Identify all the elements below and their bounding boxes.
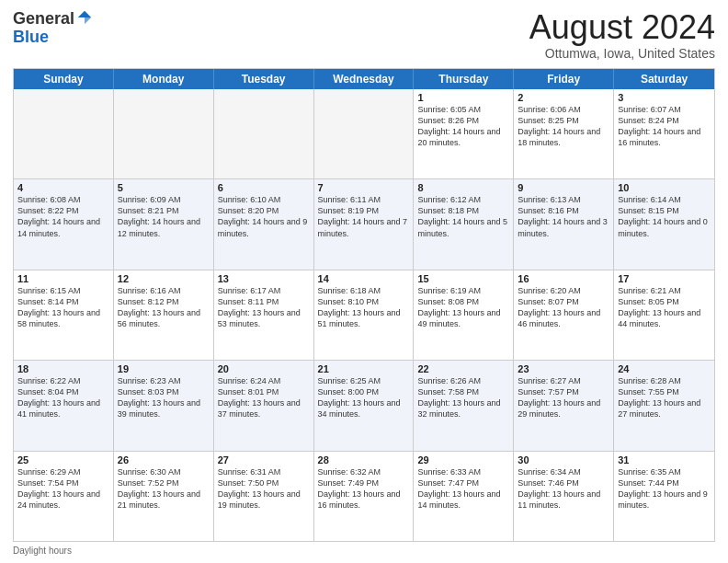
logo-icon — [76, 9, 93, 26]
day-number: 13 — [218, 273, 310, 284]
day-cell-10: 10Sunrise: 6:14 AMSunset: 8:15 PMDayligh… — [614, 179, 714, 269]
cell-details: Sunrise: 6:05 AMSunset: 8:26 PMDaylight:… — [417, 104, 509, 149]
day-cell-22: 22Sunrise: 6:26 AMSunset: 7:58 PMDayligh… — [414, 361, 514, 450]
calendar-row-4: 18Sunrise: 6:22 AMSunset: 8:04 PMDayligh… — [14, 360, 714, 450]
day-number: 15 — [417, 273, 509, 284]
svg-marker-0 — [78, 11, 91, 17]
cell-details: Sunrise: 6:25 AMSunset: 8:00 PMDaylight:… — [318, 375, 410, 420]
day-header-wednesday: Wednesday — [314, 69, 415, 89]
cell-details: Sunrise: 6:24 AMSunset: 8:01 PMDaylight:… — [218, 375, 310, 420]
day-number: 8 — [417, 182, 509, 193]
day-cell-11: 11Sunrise: 6:15 AMSunset: 8:14 PMDayligh… — [14, 270, 114, 360]
empty-cell — [214, 89, 314, 178]
logo-blue-text: Blue — [13, 28, 49, 47]
cell-details: Sunrise: 6:15 AMSunset: 8:14 PMDaylight:… — [17, 285, 109, 330]
empty-cell — [314, 89, 415, 178]
footer: Daylight hours — [13, 546, 715, 556]
day-cell-15: 15Sunrise: 6:19 AMSunset: 8:08 PMDayligh… — [414, 270, 514, 360]
day-header-saturday: Saturday — [614, 69, 714, 89]
day-number: 21 — [318, 363, 410, 374]
day-number: 26 — [118, 454, 210, 465]
day-number: 10 — [618, 182, 711, 193]
cell-details: Sunrise: 6:22 AMSunset: 8:04 PMDaylight:… — [17, 375, 109, 420]
day-number: 16 — [518, 273, 609, 284]
cell-details: Sunrise: 6:19 AMSunset: 8:08 PMDaylight:… — [417, 285, 509, 330]
day-cell-27: 27Sunrise: 6:31 AMSunset: 7:50 PMDayligh… — [214, 452, 314, 541]
day-number: 30 — [518, 454, 609, 465]
calendar-row-3: 11Sunrise: 6:15 AMSunset: 8:14 PMDayligh… — [14, 270, 714, 360]
cell-details: Sunrise: 6:10 AMSunset: 8:20 PMDaylight:… — [218, 194, 310, 239]
day-cell-21: 21Sunrise: 6:25 AMSunset: 8:00 PMDayligh… — [314, 361, 415, 450]
day-cell-12: 12Sunrise: 6:16 AMSunset: 8:12 PMDayligh… — [114, 270, 214, 360]
day-cell-29: 29Sunrise: 6:33 AMSunset: 7:47 PMDayligh… — [414, 452, 514, 541]
cell-details: Sunrise: 6:31 AMSunset: 7:50 PMDaylight:… — [218, 466, 310, 511]
day-cell-4: 4Sunrise: 6:08 AMSunset: 8:22 PMDaylight… — [14, 179, 114, 269]
cell-details: Sunrise: 6:18 AMSunset: 8:10 PMDaylight:… — [318, 285, 410, 330]
day-number: 4 — [17, 182, 109, 193]
day-cell-24: 24Sunrise: 6:28 AMSunset: 7:55 PMDayligh… — [614, 361, 714, 450]
day-number: 19 — [118, 363, 210, 374]
day-number: 25 — [17, 454, 109, 465]
cell-details: Sunrise: 6:14 AMSunset: 8:15 PMDaylight:… — [618, 194, 711, 239]
cell-details: Sunrise: 6:08 AMSunset: 8:22 PMDaylight:… — [17, 194, 109, 239]
day-header-friday: Friday — [514, 69, 614, 89]
day-number: 3 — [618, 92, 711, 103]
day-number: 14 — [318, 273, 410, 284]
cell-details: Sunrise: 6:17 AMSunset: 8:11 PMDaylight:… — [218, 285, 310, 330]
day-header-monday: Monday — [114, 69, 214, 89]
page: General Blue August 2024 Ottumwa, Iowa, … — [0, 0, 728, 563]
empty-cell — [114, 89, 214, 178]
day-number: 12 — [118, 273, 210, 284]
day-number: 7 — [318, 182, 410, 193]
day-cell-1: 1Sunrise: 6:05 AMSunset: 8:26 PMDaylight… — [414, 89, 514, 178]
cell-details: Sunrise: 6:16 AMSunset: 8:12 PMDaylight:… — [118, 285, 210, 330]
day-cell-14: 14Sunrise: 6:18 AMSunset: 8:10 PMDayligh… — [314, 270, 415, 360]
day-cell-19: 19Sunrise: 6:23 AMSunset: 8:03 PMDayligh… — [114, 361, 214, 450]
day-number: 6 — [218, 182, 310, 193]
cell-details: Sunrise: 6:13 AMSunset: 8:16 PMDaylight:… — [518, 194, 609, 239]
footer-text: Daylight hours — [13, 546, 72, 556]
day-number: 17 — [618, 273, 711, 284]
logo-general: General — [13, 10, 74, 27]
cell-details: Sunrise: 6:33 AMSunset: 7:47 PMDaylight:… — [417, 466, 509, 511]
subtitle: Ottumwa, Iowa, United States — [529, 46, 715, 61]
day-cell-20: 20Sunrise: 6:24 AMSunset: 8:01 PMDayligh… — [214, 361, 314, 450]
title-block: August 2024 Ottumwa, Iowa, United States — [529, 9, 715, 61]
svg-marker-1 — [85, 17, 91, 24]
day-number: 11 — [17, 273, 109, 284]
day-cell-17: 17Sunrise: 6:21 AMSunset: 8:05 PMDayligh… — [614, 270, 714, 360]
day-cell-18: 18Sunrise: 6:22 AMSunset: 8:04 PMDayligh… — [14, 361, 114, 450]
cell-details: Sunrise: 6:35 AMSunset: 7:44 PMDaylight:… — [618, 466, 711, 511]
cell-details: Sunrise: 6:20 AMSunset: 8:07 PMDaylight:… — [518, 285, 609, 330]
day-number: 20 — [218, 363, 310, 374]
cell-details: Sunrise: 6:11 AMSunset: 8:19 PMDaylight:… — [318, 194, 410, 239]
day-number: 18 — [17, 363, 109, 374]
day-cell-25: 25Sunrise: 6:29 AMSunset: 7:54 PMDayligh… — [14, 452, 114, 541]
cell-details: Sunrise: 6:26 AMSunset: 7:58 PMDaylight:… — [417, 375, 509, 420]
day-cell-16: 16Sunrise: 6:20 AMSunset: 8:07 PMDayligh… — [514, 270, 614, 360]
day-cell-26: 26Sunrise: 6:30 AMSunset: 7:52 PMDayligh… — [114, 452, 214, 541]
day-cell-30: 30Sunrise: 6:34 AMSunset: 7:46 PMDayligh… — [514, 452, 614, 541]
day-header-tuesday: Tuesday — [214, 69, 314, 89]
day-cell-28: 28Sunrise: 6:32 AMSunset: 7:49 PMDayligh… — [314, 452, 415, 541]
day-number: 29 — [417, 454, 509, 465]
day-cell-9: 9Sunrise: 6:13 AMSunset: 8:16 PMDaylight… — [514, 179, 614, 269]
day-cell-31: 31Sunrise: 6:35 AMSunset: 7:44 PMDayligh… — [614, 452, 714, 541]
header: General Blue August 2024 Ottumwa, Iowa, … — [13, 9, 715, 61]
day-number: 1 — [417, 92, 509, 103]
cell-details: Sunrise: 6:07 AMSunset: 8:24 PMDaylight:… — [618, 104, 711, 149]
day-number: 31 — [618, 454, 711, 465]
calendar-header: SundayMondayTuesdayWednesdayThursdayFrid… — [14, 69, 714, 89]
day-number: 24 — [618, 363, 711, 374]
cell-details: Sunrise: 6:29 AMSunset: 7:54 PMDaylight:… — [17, 466, 109, 511]
cell-details: Sunrise: 6:34 AMSunset: 7:46 PMDaylight:… — [518, 466, 609, 511]
day-number: 5 — [118, 182, 210, 193]
cell-details: Sunrise: 6:21 AMSunset: 8:05 PMDaylight:… — [618, 285, 711, 330]
cell-details: Sunrise: 6:12 AMSunset: 8:18 PMDaylight:… — [417, 194, 509, 239]
cell-details: Sunrise: 6:28 AMSunset: 7:55 PMDaylight:… — [618, 375, 711, 420]
day-number: 27 — [218, 454, 310, 465]
day-cell-8: 8Sunrise: 6:12 AMSunset: 8:18 PMDaylight… — [414, 179, 514, 269]
day-cell-23: 23Sunrise: 6:27 AMSunset: 7:57 PMDayligh… — [514, 361, 614, 450]
cell-details: Sunrise: 6:06 AMSunset: 8:25 PMDaylight:… — [518, 104, 609, 149]
day-cell-3: 3Sunrise: 6:07 AMSunset: 8:24 PMDaylight… — [614, 89, 714, 178]
